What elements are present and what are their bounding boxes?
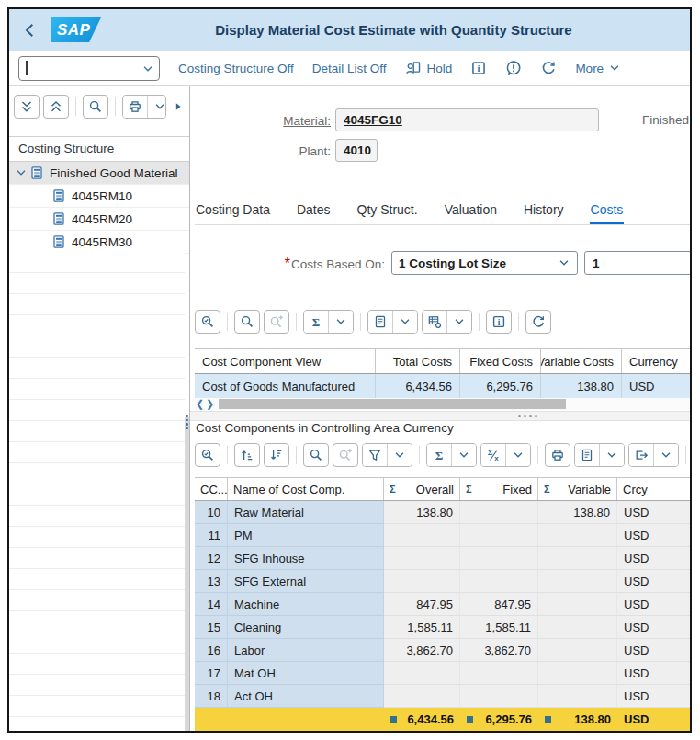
find-button[interactable] — [83, 95, 108, 119]
column-header[interactable]: Total Costs — [376, 349, 460, 373]
scrollbar-thumb[interactable] — [219, 399, 566, 409]
scroll-right-arrow[interactable]: ❯ — [205, 398, 215, 410]
expand-all-button[interactable] — [43, 95, 69, 119]
column-header[interactable]: Cost Component View — [195, 349, 376, 373]
plant-value: 4010 — [344, 143, 371, 157]
column-header-variable[interactable]: ΣVariable — [538, 478, 617, 500]
tab-history[interactable]: History — [523, 202, 565, 224]
sum-button[interactable] — [427, 444, 451, 466]
tree-vertical-scrollbar[interactable] — [185, 417, 189, 731]
toolbar-overflow-button[interactable] — [172, 100, 185, 113]
horizontal-splitter[interactable] — [190, 411, 690, 421]
tree-item[interactable]: 4045RM30 — [9, 231, 189, 254]
sort-ascending-button[interactable] — [234, 443, 260, 467]
column-label: Fixed — [502, 483, 532, 496]
views-button[interactable] — [368, 311, 392, 333]
tab-valuation[interactable]: Valuation — [444, 202, 498, 224]
sum-dropdown[interactable] — [328, 311, 353, 333]
table-row[interactable]: 17 Mat OH USD — [195, 662, 690, 685]
totals-row[interactable]: 6,434.56 6,295.76 138.80 USD — [195, 708, 690, 731]
find-button[interactable] — [303, 443, 329, 467]
chevron-down-icon[interactable] — [15, 166, 29, 179]
column-header-name[interactable]: Name of Cost Comp. — [228, 478, 384, 500]
column-header-fixed[interactable]: ΣFixed — [460, 478, 538, 500]
choose-detail-button[interactable] — [195, 443, 220, 467]
cell-cc: 11 — [195, 524, 228, 547]
table-row[interactable]: 10 Raw Material 138.80 138.80 USD — [195, 501, 690, 524]
sort-descending-button[interactable] — [264, 443, 289, 467]
tree-item[interactable]: 4045RM20 — [9, 208, 189, 231]
column-header[interactable]: Fixed Costs — [460, 349, 541, 373]
tab-qty-struct[interactable]: Qty Struct. — [356, 202, 419, 224]
costs-based-on-select[interactable]: 1 Costing Lot Size — [391, 251, 578, 275]
chevron-down-icon[interactable] — [141, 63, 154, 75]
column-header[interactable]: Variable Costs — [541, 349, 622, 373]
column-header[interactable]: Currency — [622, 349, 690, 373]
collapse-all-button[interactable] — [14, 95, 40, 119]
command-field[interactable] — [18, 56, 160, 81]
scroll-left-arrow[interactable]: ❮ — [195, 398, 205, 410]
costing-structure-off-button[interactable]: Costing Structure Off — [178, 62, 294, 75]
filter-dropdown[interactable] — [387, 444, 412, 466]
costing-lot-size-field[interactable]: 1 — [584, 251, 692, 275]
table-row[interactable]: 12 SFG Inhouse USD — [195, 547, 690, 570]
cell-variable — [538, 685, 617, 708]
tab-dates[interactable]: Dates — [296, 202, 332, 224]
tab-costs[interactable]: Costs — [590, 202, 625, 224]
services-button[interactable] — [525, 310, 551, 334]
cost-components-table: CC... Name of Cost Comp. ΣOverall ΣFixed… — [195, 477, 690, 731]
info-button[interactable] — [470, 60, 487, 76]
material-value-link[interactable]: 4045FG10 — [344, 113, 402, 127]
material-field[interactable]: 4045FG10 — [335, 108, 599, 131]
services-button[interactable] — [540, 60, 557, 76]
layout-button[interactable] — [423, 311, 446, 333]
views-dropdown[interactable] — [599, 444, 624, 466]
back-button[interactable] — [20, 20, 40, 40]
table-row[interactable]: 16 Labor 3,862.70 3,862.70 USD — [195, 639, 690, 662]
detail-list-off-button[interactable]: Detail List Off — [312, 62, 387, 75]
cell-total: 6,434.56 — [376, 374, 460, 399]
messages-button[interactable] — [505, 60, 522, 76]
sum-button[interactable] — [304, 311, 328, 333]
info-button[interactable] — [486, 310, 512, 334]
table-row[interactable]: 11 PM USD — [195, 524, 690, 547]
cell-overall — [384, 547, 460, 570]
plant-field[interactable]: 4010 — [335, 139, 378, 162]
table-row[interactable]: 14 Machine 847.95 847.95 USD — [195, 593, 690, 616]
tab-costing-data[interactable]: Costing Data — [195, 202, 271, 224]
choose-detail-button[interactable] — [195, 310, 220, 334]
filter-button[interactable] — [363, 444, 387, 466]
tree-item-label: 4045RM30 — [72, 235, 132, 249]
subtotal-button[interactable] — [481, 444, 505, 466]
sum-dropdown[interactable] — [451, 444, 476, 466]
column-header-cc[interactable]: CC... — [195, 478, 228, 500]
table-row[interactable]: 18 Act OH USD — [195, 685, 690, 708]
table-row[interactable]: 13 SFG External USD — [195, 570, 690, 593]
panel-splitter-handle[interactable] — [184, 410, 190, 434]
more-menu-button[interactable]: More — [575, 62, 621, 75]
views-dropdown[interactable] — [392, 311, 417, 333]
filter-icon — [367, 448, 382, 462]
table-row[interactable]: 15 Cleaning 1,585.11 1,585.11 USD — [195, 616, 690, 639]
subtotal-dropdown[interactable] — [505, 444, 530, 466]
layout-dropdown[interactable] — [446, 311, 471, 333]
print-button[interactable] — [545, 443, 570, 467]
export-dropdown[interactable] — [653, 444, 678, 466]
cost-view-toolbar — [195, 309, 551, 335]
find-button[interactable] — [234, 310, 260, 334]
table-row-selected[interactable]: Cost of Goods Manufactured 6,434.56 6,29… — [195, 374, 690, 400]
column-header-overall[interactable]: ΣOverall — [384, 478, 460, 500]
cell-fixed: 1,585.11 — [460, 616, 538, 639]
command-input[interactable] — [19, 57, 159, 80]
column-header-crcy[interactable]: Crcy — [617, 478, 690, 500]
tree-item-root[interactable]: Finished Good Material — [9, 162, 189, 185]
print-options-dropdown[interactable] — [147, 96, 166, 118]
printer-icon — [550, 448, 565, 462]
chevron-down-icon — [558, 256, 570, 269]
print-button[interactable] — [123, 96, 147, 118]
hold-button[interactable]: Hold — [405, 60, 453, 76]
views-button[interactable] — [575, 444, 599, 466]
tree-item[interactable]: 4045RM10 — [9, 185, 189, 208]
more-label: More — [575, 62, 604, 75]
export-button[interactable] — [629, 444, 653, 466]
